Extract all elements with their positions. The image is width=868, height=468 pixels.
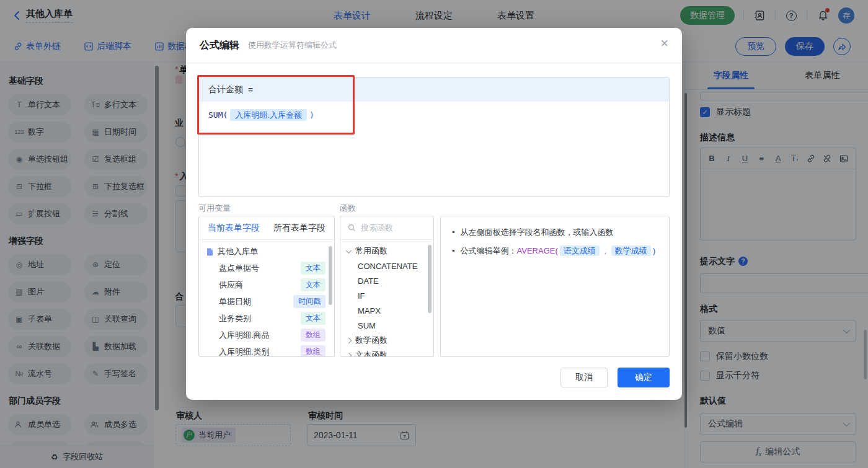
function-search[interactable] — [340, 216, 433, 240]
close-icon[interactable]: × — [660, 37, 668, 50]
variable-item[interactable]: 盘点单据号文本 — [199, 260, 334, 276]
functions-label: 函数 — [340, 203, 356, 214]
formula-close-paren: ) — [309, 110, 314, 120]
tree-root[interactable]: 其他入库单 — [199, 244, 334, 260]
field-type-badge: 文本 — [301, 262, 326, 275]
tab-all-form-fields[interactable]: 所有表单字段 — [273, 223, 326, 234]
form-icon — [206, 248, 213, 256]
function-group-text[interactable]: 文本函数 — [340, 348, 433, 357]
formula-field-chip[interactable]: 入库明细.入库金额 — [230, 109, 307, 121]
field-type-badge: 时间戳 — [293, 295, 326, 308]
field-type-badge: 数组 — [301, 345, 326, 357]
bullet: • — [452, 226, 455, 238]
function-group-common[interactable]: 常用函数 — [340, 244, 433, 258]
function-item[interactable]: MAPX — [340, 303, 433, 318]
variables-tree: 其他入库单 盘点单据号文本 供应商文本 单据日期时间戳 业务类别文本 入库明细.… — [199, 240, 334, 357]
cancel-button[interactable]: 取消 — [560, 368, 608, 387]
modal-subtitle: 使用数学运算符编辑公式 — [248, 40, 337, 51]
function-item[interactable]: CONCATENATE — [340, 258, 433, 273]
example-chip: 数学成绩 — [611, 245, 651, 256]
example-function: AVERAGE( — [517, 246, 558, 255]
function-item[interactable]: DATE — [340, 273, 433, 288]
formula-function: SUM( — [208, 110, 228, 120]
function-item[interactable]: IF — [340, 288, 433, 303]
function-item[interactable]: SUM — [340, 318, 433, 333]
search-input[interactable] — [361, 223, 423, 232]
field-type-badge: 文本 — [301, 312, 326, 325]
field-type-badge: 数组 — [301, 329, 326, 342]
tab-current-form-fields[interactable]: 当前表单字段 — [208, 223, 260, 234]
formula-target-bar: 合计金额 = — [199, 77, 669, 102]
example-close-paren: ) — [653, 246, 655, 255]
bullet: • — [452, 245, 455, 257]
variable-item[interactable]: 业务类别文本 — [199, 310, 334, 327]
tip-line-2: • 公式编辑举例：AVERAGE(语文成绩，数学成绩) — [452, 245, 658, 257]
confirm-button[interactable]: 确定 — [618, 368, 670, 387]
example-chip: 语文成绩 — [560, 245, 600, 256]
tip-line-1: • 从左侧面板选择字段名和函数，或输入函数 — [452, 226, 658, 238]
formula-edit-modal: 公式编辑 使用数学运算符编辑公式 × 合计金额 = SUM(入库明细.入库金额)… — [186, 28, 682, 400]
functions-scrollbar[interactable] — [428, 245, 432, 313]
formula-editor[interactable]: 合计金额 = SUM(入库明细.入库金额) — [198, 77, 670, 197]
functions-panel: 常用函数 CONCATENATE DATE IF MAPX SUM 数学函数 文… — [340, 216, 434, 357]
tips-panel: • 从左侧面板选择字段名和函数，或输入函数 • 公式编辑举例：AVERAGE(语… — [440, 216, 670, 357]
variables-scrollbar[interactable] — [329, 246, 332, 305]
variable-item[interactable]: 单据日期时间戳 — [199, 293, 334, 310]
variable-item[interactable]: 入库明细.类别数组 — [199, 343, 334, 357]
search-icon — [348, 224, 356, 232]
modal-header: 公式编辑 使用数学运算符编辑公式 × — [186, 28, 682, 63]
chevron-right-icon — [346, 337, 352, 343]
variables-label: 可用变量 — [198, 203, 231, 214]
modal-title: 公式编辑 — [200, 39, 239, 52]
variable-item[interactable]: 入库明细.商品数组 — [199, 327, 334, 343]
chevron-down-icon — [346, 247, 352, 254]
variable-item[interactable]: 供应商文本 — [199, 276, 334, 293]
variables-panel: 当前表单字段 所有表单字段 其他入库单 盘点单据号文本 供应商文本 单据日期时间… — [198, 216, 335, 357]
variables-tabs: 当前表单字段 所有表单字段 — [199, 216, 334, 240]
formula-expression[interactable]: SUM(入库明细.入库金额) — [199, 102, 669, 129]
app-root: 其他入库单 表单设计 流程设定 表单设置 数据管理 ? — [0, 0, 868, 468]
function-group-math[interactable]: 数学函数 — [340, 333, 433, 348]
chevron-right-icon — [346, 352, 352, 357]
field-type-badge: 文本 — [301, 278, 326, 291]
